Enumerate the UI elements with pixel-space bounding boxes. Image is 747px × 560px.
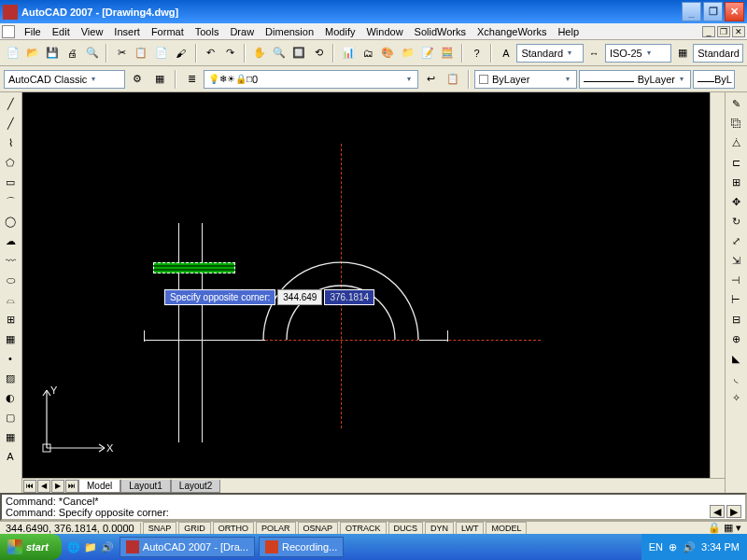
new-icon[interactable]: 📄 — [4, 43, 21, 63]
taskbar-recording[interactable]: Recording... — [259, 537, 344, 557]
make-block-icon[interactable]: ▦ — [0, 329, 21, 348]
lineweight-dropdown[interactable]: ByL — [693, 70, 735, 89]
help-icon[interactable]: ? — [468, 43, 486, 63]
hatch-icon[interactable]: ▨ — [0, 369, 21, 387]
lwt-toggle[interactable]: LWT — [456, 522, 484, 535]
zoom-rt-icon[interactable]: 🔍 — [270, 43, 288, 63]
cut-icon[interactable]: ✂ — [112, 43, 130, 63]
arc-icon[interactable]: ⌒ — [0, 192, 21, 211]
circle-icon[interactable]: ◯ — [0, 212, 21, 231]
copy-obj-icon[interactable]: ⿻ — [726, 114, 746, 133]
doc-minimize-button[interactable]: _ — [702, 26, 715, 37]
preview-icon[interactable]: 🔍 — [83, 43, 101, 63]
array-icon[interactable]: ⊞ — [726, 173, 746, 191]
layer-states-icon[interactable]: 📋 — [443, 69, 463, 89]
tray-icon[interactable]: ⊕ — [669, 541, 677, 553]
spline-icon[interactable]: 〰 — [0, 251, 21, 270]
document-icon[interactable] — [2, 25, 15, 38]
ws-settings-icon[interactable]: ⚙ — [127, 69, 148, 89]
doc-restore-button[interactable]: ❐ — [717, 26, 730, 37]
paste-icon[interactable]: 📄 — [152, 43, 170, 63]
revcloud-icon[interactable]: ☁ — [0, 231, 21, 250]
drawing-canvas[interactable]: Specify opposite corner: 344.649 376.181… — [22, 92, 710, 478]
model-toggle[interactable]: MODEL — [486, 522, 527, 535]
maximize-button[interactable]: ❐ — [703, 2, 723, 21]
dim-style-icon[interactable]: ↔ — [585, 43, 603, 63]
ducs-toggle[interactable]: DUCS — [388, 522, 424, 535]
grid-toggle[interactable]: GRID — [178, 522, 211, 535]
clock[interactable]: 3:34 PM — [701, 541, 740, 553]
tab-nav-prev[interactable]: ◀ — [37, 480, 50, 493]
osnap-toggle[interactable]: OSNAP — [298, 522, 339, 535]
zoom-win-icon[interactable]: 🔲 — [290, 43, 308, 63]
trim-icon[interactable]: ⊣ — [726, 271, 746, 289]
polar-toggle[interactable]: POLAR — [256, 522, 296, 535]
chamfer-icon[interactable]: ◣ — [726, 349, 746, 368]
tool-palette-icon[interactable]: 🎨 — [379, 43, 397, 63]
tab-nav-last[interactable]: ⏭ — [65, 480, 78, 493]
dyn-toggle[interactable]: DYN — [425, 522, 454, 535]
menu-modify[interactable]: Modify — [319, 24, 360, 39]
gradient-icon[interactable]: ◐ — [0, 388, 21, 407]
text-style-dropdown[interactable]: Standard ▾ — [516, 44, 583, 63]
dim-style-dropdown[interactable]: ISO-25 ▾ — [605, 44, 671, 63]
calc-icon[interactable]: 🧮 — [439, 43, 457, 63]
dc-icon[interactable]: 🗂 — [359, 43, 377, 63]
linetype-dropdown[interactable]: ByLayer ▾ — [579, 70, 691, 89]
quicklaunch-icon[interactable]: 📁 — [82, 538, 99, 557]
tooltip-x[interactable]: 344.649 — [277, 289, 322, 305]
markup-icon[interactable]: 📝 — [418, 43, 436, 63]
extend-icon[interactable]: ⊢ — [726, 290, 746, 309]
snap-toggle[interactable]: SNAP — [143, 522, 177, 535]
quicklaunch-icon[interactable]: 🌐 — [65, 538, 82, 557]
status-tray-icons[interactable]: 🔒 ▦ ▾ — [708, 522, 747, 534]
menu-insert[interactable]: Insert — [108, 24, 146, 39]
scroll-right-icon[interactable]: ▶ — [726, 505, 741, 518]
scroll-left-icon[interactable]: ◀ — [710, 505, 725, 518]
ellipse-icon[interactable]: ⬭ — [0, 271, 21, 289]
taskbar-autocad[interactable]: AutoCAD 2007 - [Dra... — [120, 537, 255, 557]
rectangle-icon[interactable]: ▭ — [0, 173, 21, 191]
menu-view[interactable]: View — [76, 24, 109, 39]
menu-edit[interactable]: Edit — [47, 24, 76, 39]
point-icon[interactable]: • — [0, 349, 21, 368]
otrack-toggle[interactable]: OTRACK — [340, 522, 387, 535]
table-style-dropdown[interactable]: Standard — [693, 44, 743, 63]
rotate-icon[interactable]: ↻ — [726, 212, 746, 231]
layer-props-icon[interactable]: ≣ — [181, 69, 202, 89]
menu-xchangeworks[interactable]: XchangeWorks — [472, 24, 552, 39]
scale-icon[interactable]: ⤢ — [726, 231, 746, 250]
offset-icon[interactable]: ⊏ — [726, 153, 746, 172]
doc-close-button[interactable]: ✕ — [732, 26, 745, 37]
lang-indicator[interactable]: EN — [649, 541, 663, 553]
system-tray[interactable]: EN ⊕ 🔊 3:34 PM — [641, 534, 747, 560]
start-button[interactable]: start — [0, 534, 62, 560]
ellipse-arc-icon[interactable]: ⌓ — [0, 290, 21, 309]
layer-prev-icon[interactable]: ↩ — [420, 69, 441, 89]
save-icon[interactable]: 💾 — [44, 43, 62, 63]
menu-window[interactable]: Window — [360, 24, 408, 39]
workspace-dropdown[interactable]: AutoCAD Classic ▾ — [4, 70, 125, 89]
text-style-icon[interactable]: A — [497, 43, 514, 63]
undo-icon[interactable]: ↶ — [202, 43, 219, 63]
stretch-icon[interactable]: ⇲ — [726, 251, 746, 270]
properties-icon[interactable]: 📊 — [339, 43, 357, 63]
tray-icon[interactable]: 🔊 — [683, 541, 696, 553]
menu-help[interactable]: Help — [552, 24, 585, 39]
ortho-toggle[interactable]: ORTHO — [213, 522, 254, 535]
table-style-icon[interactable]: ▦ — [673, 43, 691, 63]
mirror-icon[interactable]: ⧊ — [726, 133, 746, 152]
close-button[interactable]: ✕ — [725, 2, 744, 21]
region-icon[interactable]: ▢ — [0, 408, 21, 427]
tab-model[interactable]: Model — [78, 480, 120, 493]
menu-tools[interactable]: Tools — [190, 24, 225, 39]
coordinates-display[interactable]: 344.6490, 376.1814, 0.0000 — [0, 523, 141, 534]
pan-icon[interactable]: ✋ — [250, 43, 268, 63]
erase-icon[interactable]: ✎ — [726, 94, 746, 113]
join-icon[interactable]: ⊕ — [726, 329, 746, 348]
menu-dimension[interactable]: Dimension — [260, 24, 319, 39]
break-icon[interactable]: ⊟ — [726, 310, 746, 329]
polygon-icon[interactable]: ⬠ — [0, 153, 21, 172]
command-window[interactable]: Command: *Cancel* Command: Specify oppos… — [0, 493, 747, 521]
ws-toolbar-icon[interactable]: ▦ — [149, 69, 170, 89]
